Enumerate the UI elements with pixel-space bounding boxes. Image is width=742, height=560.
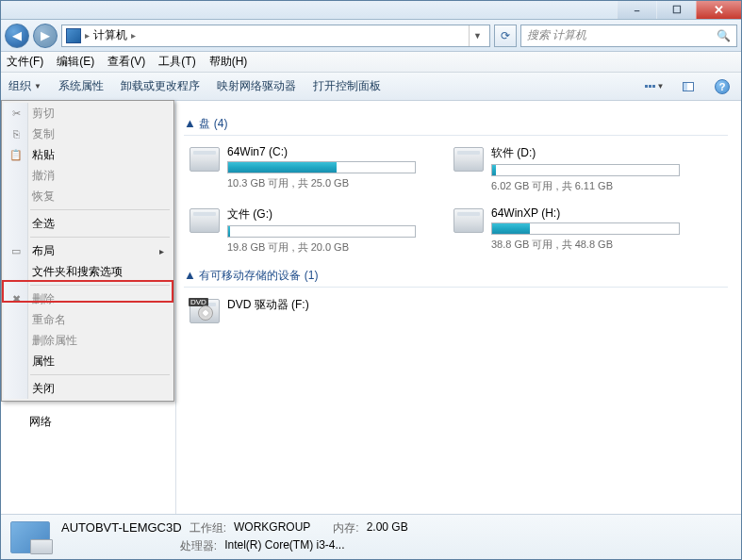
view-mode-button[interactable]: ▼	[643, 77, 666, 96]
drive-label: 软件 (D:)	[491, 145, 680, 161]
menu-layout[interactable]: ▭布局	[4, 240, 172, 261]
menu-file[interactable]: 文件(F)	[7, 54, 43, 70]
hdd-icon	[190, 208, 220, 233]
search-placeholder: 搜索 计算机	[527, 27, 586, 43]
breadcrumb-sep-icon: ▸	[85, 30, 90, 41]
dvd-badge: DVD	[189, 298, 208, 306]
menu-properties[interactable]: 属性	[4, 351, 172, 371]
nav-forward-button[interactable]: ▶	[33, 24, 58, 48]
menu-bar: 文件(F) 编辑(E) 查看(V) 工具(T) 帮助(H)	[1, 52, 741, 73]
computer-name: AUTOBVT-LEMGC3D	[61, 520, 182, 536]
refresh-button[interactable]: ⟳	[494, 25, 517, 47]
search-input[interactable]: 搜索 计算机 🔍	[520, 25, 737, 47]
breadcrumb-sep-icon: ▸	[131, 30, 136, 41]
command-toolbar: 组织 ▼ 系统属性 卸载或更改程序 映射网络驱动器 打开控制面板 ▼ ? ✂剪切…	[1, 73, 741, 101]
view-grid-icon	[645, 85, 655, 88]
toolbar-map-network-drive[interactable]: 映射网络驱动器	[217, 78, 296, 94]
memory-label: 内存:	[333, 520, 358, 536]
computer-icon	[66, 28, 81, 43]
drive-dvd[interactable]: DVD DVD 驱动器 (F:)	[190, 297, 416, 323]
drive-h[interactable]: 64WinXP (H:) 38.8 GB 可用 , 共 48.8 GB	[453, 206, 680, 255]
section-header-hdd[interactable]: ▲ 盘 (4)	[184, 116, 728, 136]
navigation-bar: ◀ ▶ ▸ 计算机 ▸ ▼ ⟳ 搜索 计算机 🔍	[1, 20, 741, 52]
address-bar[interactable]: ▸ 计算机 ▸ ▼	[61, 25, 490, 47]
toolbar-uninstall-program[interactable]: 卸载或更改程序	[121, 78, 200, 94]
cpu-value: Intel(R) Core(TM) i3-4...	[224, 538, 344, 554]
capacity-bar	[227, 225, 416, 238]
sidebar-item-network[interactable]: 网络	[1, 410, 175, 430]
drive-c[interactable]: 64Win7 (C:) 10.3 GB 可用 , 共 25.0 GB	[190, 145, 416, 193]
menu-help[interactable]: 帮助(H)	[209, 54, 248, 70]
menu-view[interactable]: 查看(V)	[107, 54, 145, 70]
memory-value: 2.00 GB	[367, 520, 408, 536]
menu-copy[interactable]: ⎘复制	[4, 124, 172, 144]
details-pane: AUTOBVT-LEMGC3D 工作组: WORKGROUP 内存: 2.00 …	[1, 514, 741, 559]
cpu-label: 处理器:	[180, 538, 217, 554]
chevron-down-icon: ▼	[34, 82, 41, 91]
organize-label: 组织	[8, 78, 31, 94]
preview-pane-button[interactable]	[677, 77, 700, 96]
drive-stats: 38.8 GB 可用 , 共 48.8 GB	[491, 238, 680, 252]
capacity-bar	[491, 164, 680, 176]
search-icon: 🔍	[717, 29, 731, 42]
window-minimize-button[interactable]: –	[617, 1, 656, 19]
hdd-icon	[453, 208, 484, 233]
copy-icon: ⎘	[9, 127, 23, 140]
drive-label: 64Win7 (C:)	[227, 145, 416, 158]
menu-redo[interactable]: 恢复	[4, 186, 172, 206]
cut-icon: ✂	[9, 107, 23, 120]
help-icon: ?	[715, 79, 730, 94]
refresh-icon: ⟳	[501, 29, 510, 42]
drive-d[interactable]: 软件 (D:) 6.02 GB 可用 , 共 6.11 GB	[453, 145, 680, 193]
menu-edit[interactable]: 编辑(E)	[57, 54, 94, 70]
menu-rename[interactable]: 重命名	[4, 309, 172, 330]
menu-undo[interactable]: 撤消	[4, 165, 172, 186]
computer-large-icon	[10, 521, 50, 553]
nav-back-button[interactable]: ◀	[5, 24, 29, 48]
breadcrumb-location[interactable]: 计算机	[93, 27, 127, 43]
toolbar-open-control-panel[interactable]: 打开控制面板	[313, 78, 381, 94]
delete-icon: ✖	[9, 292, 23, 305]
organize-button[interactable]: 组织 ▼	[8, 78, 41, 94]
paste-icon: 📋	[9, 148, 23, 161]
drive-g[interactable]: 文件 (G:) 19.8 GB 可用 , 共 20.0 GB	[190, 206, 416, 255]
hdd-icon	[453, 147, 484, 172]
menu-remove-properties[interactable]: 删除属性	[4, 330, 172, 351]
menu-cut[interactable]: ✂剪切	[4, 103, 172, 124]
menu-tools[interactable]: 工具(T)	[158, 54, 195, 70]
drive-stats: 6.02 GB 可用 , 共 6.11 GB	[491, 179, 680, 193]
window-titlebar: – ☐ ✕	[1, 1, 741, 20]
drive-label: DVD 驱动器 (F:)	[227, 297, 416, 313]
menu-paste[interactable]: 📋粘贴	[4, 144, 172, 165]
window-maximize-button[interactable]: ☐	[656, 1, 696, 19]
drive-stats: 10.3 GB 可用 , 共 25.0 GB	[227, 176, 416, 190]
chevron-down-icon: ▼	[657, 82, 665, 91]
address-dropdown-button[interactable]: ▼	[469, 25, 486, 46]
layout-icon: ▭	[9, 244, 23, 257]
menu-folder-search-options[interactable]: 文件夹和搜索选项	[4, 261, 172, 282]
capacity-bar	[491, 222, 680, 235]
workgroup-label: 工作组:	[190, 520, 226, 536]
organize-menu: ✂剪切 ⎘复制 📋粘贴 撤消 恢复 全选 ▭布局 文件夹和搜索选项 ✖删除 重命…	[1, 100, 174, 402]
help-button[interactable]: ?	[711, 77, 734, 96]
menu-close[interactable]: 关闭	[4, 378, 172, 399]
dvd-icon: DVD	[190, 299, 220, 323]
capacity-bar	[227, 161, 416, 173]
workgroup-value: WORKGROUP	[234, 520, 310, 536]
menu-select-all[interactable]: 全选	[4, 213, 172, 234]
toolbar-system-properties[interactable]: 系统属性	[58, 78, 104, 94]
drive-label: 64WinXP (H:)	[491, 206, 680, 220]
section-header-removable[interactable]: ▲ 有可移动存储的设备 (1)	[184, 268, 728, 288]
window-close-button[interactable]: ✕	[696, 1, 741, 19]
hdd-icon	[190, 147, 220, 172]
pane-icon	[683, 82, 694, 91]
drive-stats: 19.8 GB 可用 , 共 20.0 GB	[227, 240, 416, 255]
drive-label: 文件 (G:)	[227, 206, 416, 222]
content-pane: ▲ 盘 (4) 64Win7 (C:) 10.3 GB 可用 , 共 25.0 …	[176, 101, 741, 514]
menu-delete[interactable]: ✖删除	[4, 288, 172, 309]
